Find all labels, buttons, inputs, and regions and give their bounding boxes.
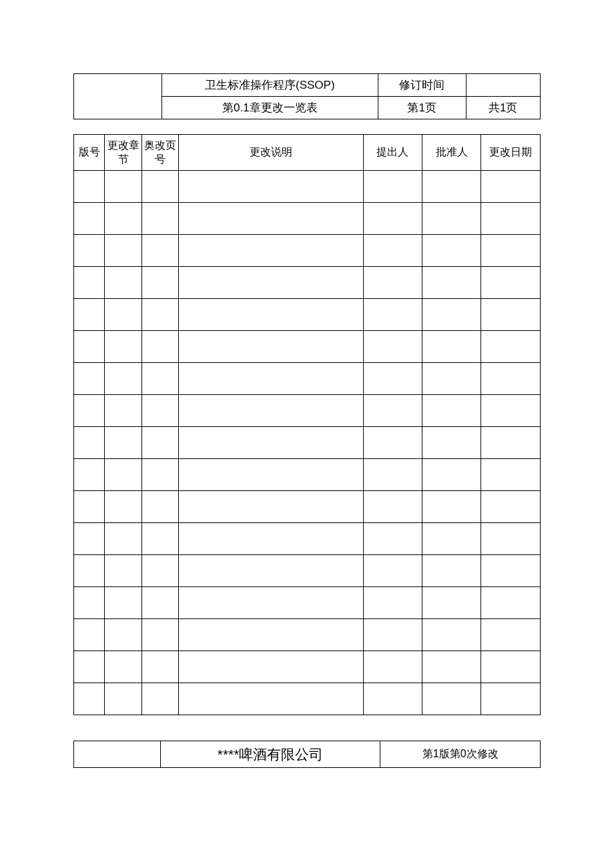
table-cell [481,491,541,523]
header-description: 更改说明 [179,135,364,171]
table-cell [105,587,141,619]
chapter-title: 第0.1章更改一览表 [162,97,378,119]
table-cell [179,459,364,491]
table-cell [422,683,481,715]
table-cell [481,555,541,587]
document-title: 卫生标准操作程序(SSOP) [162,74,378,97]
table-cell [74,267,105,299]
header-approver: 批准人 [422,135,481,171]
table-cell [74,619,105,651]
header-version: 版号 [74,135,105,171]
table-cell [179,619,364,651]
table-cell [481,587,541,619]
table-cell [179,235,364,267]
table-cell [179,299,364,331]
table-header-row: 版号 更改章节 奥改页号 更改说明 提出人 批准人 更改日期 [74,135,541,171]
table-cell [363,171,422,203]
table-cell [105,299,141,331]
table-cell [481,459,541,491]
table-cell [179,395,364,427]
table-cell [481,427,541,459]
table-body [74,171,541,715]
table-cell [105,363,141,395]
table-cell [422,555,481,587]
table-cell [422,427,481,459]
table-cell [105,619,141,651]
table-cell [179,331,364,363]
table-cell [481,203,541,235]
table-cell [179,555,364,587]
table-row [74,363,541,395]
header-pagenum: 奥改页号 [141,135,178,171]
table-row [74,555,541,587]
table-cell [481,299,541,331]
document-footer-table: ****啤酒有限公司 第1版第0次修改 [73,741,541,768]
table-cell [422,267,481,299]
table-cell [179,587,364,619]
table-cell [141,203,178,235]
table-cell [74,235,105,267]
table-cell [141,555,178,587]
table-row [74,395,541,427]
table-cell [141,651,178,683]
table-cell [141,267,178,299]
table-cell [363,235,422,267]
table-cell [105,523,141,555]
header-change-date: 更改日期 [481,135,541,171]
table-cell [105,331,141,363]
table-cell [481,683,541,715]
table-cell [141,523,178,555]
table-cell [74,203,105,235]
table-cell [363,523,422,555]
table-cell [422,299,481,331]
table-cell [481,267,541,299]
table-cell [141,331,178,363]
table-cell [422,523,481,555]
table-cell [179,363,364,395]
table-cell [141,459,178,491]
table-cell [363,459,422,491]
revision-time-value [466,74,540,97]
page-current: 第1页 [378,97,466,119]
table-row [74,491,541,523]
table-row [74,427,541,459]
table-cell [179,651,364,683]
table-cell [481,395,541,427]
revision-time-label: 修订时间 [378,74,466,97]
table-row [74,683,541,715]
table-row [74,459,541,491]
table-cell [74,171,105,203]
table-cell [105,459,141,491]
table-cell [105,203,141,235]
table-cell [363,619,422,651]
table-cell [363,267,422,299]
table-cell [74,587,105,619]
table-cell [422,363,481,395]
table-cell [105,427,141,459]
table-cell [363,299,422,331]
table-cell [105,683,141,715]
table-row [74,171,541,203]
table-cell [363,427,422,459]
table-cell [74,683,105,715]
header-logo-cell [74,74,162,119]
header-chapter: 更改章节 [105,135,141,171]
table-cell [74,427,105,459]
table-cell [141,395,178,427]
table-row [74,331,541,363]
table-cell [141,491,178,523]
table-cell [422,491,481,523]
header-proposer: 提出人 [363,135,422,171]
table-cell [363,331,422,363]
table-cell [422,459,481,491]
table-cell [422,171,481,203]
table-cell [422,395,481,427]
table-cell [74,459,105,491]
table-cell [179,203,364,235]
table-cell [141,587,178,619]
table-cell [481,363,541,395]
table-cell [422,203,481,235]
table-cell [481,619,541,651]
table-cell [363,363,422,395]
table-cell [422,235,481,267]
